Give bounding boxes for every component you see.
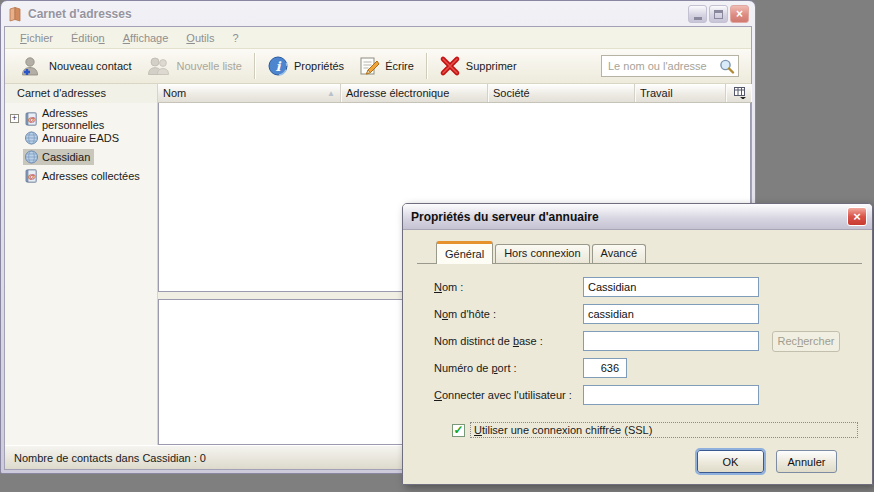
close-icon: × xyxy=(736,7,743,21)
svg-text:@: @ xyxy=(28,115,36,124)
address-book-tree: + @ Adresses personnelles xyxy=(5,103,157,185)
ldap-globe-icon xyxy=(24,131,39,145)
delete-button[interactable]: Supprimer xyxy=(432,51,524,81)
sidebar-item-label: Cassidian xyxy=(42,151,90,163)
sidebar-item-label: Adresses collectées xyxy=(42,170,140,182)
bind-dn-field[interactable] xyxy=(583,385,759,405)
toolbar-separator xyxy=(254,53,255,79)
write-label: Écrire xyxy=(385,60,414,72)
port-field[interactable] xyxy=(583,358,627,378)
properties-label: Propriétés xyxy=(294,60,344,72)
search-base-dn-button[interactable]: Rechercher xyxy=(772,331,840,352)
write-button[interactable]: Écrire xyxy=(351,51,421,81)
column-header-nom[interactable]: Nom ▲ xyxy=(158,84,341,102)
bind-dn-label: Connecter avec l'utilisateur : xyxy=(434,389,583,401)
menu-aide[interactable]: ? xyxy=(223,29,247,47)
new-contact-button[interactable]: Nouveau contact xyxy=(11,51,139,81)
tab-panel-general: Nom : Nom d'hôte : Nom distinct de base … xyxy=(417,263,862,450)
dialog-buttons: OK Annuler xyxy=(417,450,862,473)
close-button[interactable]: × xyxy=(730,5,749,23)
minimize-icon xyxy=(694,17,702,20)
minimize-button[interactable] xyxy=(688,5,707,23)
ssl-checkbox-label[interactable]: Utiliser une connexion chiffrée (SSL) xyxy=(470,422,858,438)
main-window-title: Carnet d'adresses xyxy=(28,7,132,21)
column-header-adresse-electronique[interactable]: Adresse électronique xyxy=(341,84,488,102)
sidebar-item-cassidian[interactable]: Cassidian xyxy=(5,147,157,166)
menu-outils[interactable]: Outils xyxy=(177,29,223,47)
name-label: Nom : xyxy=(434,281,583,293)
dialog-titlebar: Propriétés du serveur d'annuaire × xyxy=(403,204,872,230)
sidebar-header: Carnet d'adresses xyxy=(5,84,157,103)
hostname-label: Nom d'hôte : xyxy=(434,308,583,320)
cancel-button[interactable]: Annuler xyxy=(776,450,837,473)
close-icon: × xyxy=(853,209,861,224)
tab-hors-connexion[interactable]: Hors connexion xyxy=(495,244,589,263)
tab-strip: Général Hors connexion Avancé xyxy=(417,239,862,263)
base-dn-field[interactable] xyxy=(583,331,759,351)
write-compose-icon xyxy=(358,55,380,77)
tab-avance[interactable]: Avancé xyxy=(592,244,647,263)
new-list-label: Nouvelle liste xyxy=(177,60,242,72)
menu-bar: Fichier Édition Affichage Outils ? xyxy=(5,27,751,49)
tab-general[interactable]: Général xyxy=(436,241,493,264)
sidebar-item-annuaire-eads[interactable]: Annuaire EADS xyxy=(5,128,157,147)
sidebar-item-label: Annuaire EADS xyxy=(42,132,119,144)
ldap-globe-icon xyxy=(24,150,39,164)
toolbar-separator xyxy=(426,53,427,79)
sidebar-item-label: Adresses personnelles xyxy=(42,107,153,131)
delete-x-icon xyxy=(439,55,461,77)
column-picker-icon xyxy=(734,87,747,99)
address-book-icon: @ xyxy=(24,112,39,126)
toolbar: Nouveau contact Nouvelle liste xyxy=(5,49,751,84)
sidebar-item-adresses-personnelles[interactable]: + @ Adresses personnelles xyxy=(5,109,157,128)
column-header-societe[interactable]: Société xyxy=(488,84,635,102)
maximize-icon xyxy=(714,10,723,19)
name-field[interactable] xyxy=(583,277,759,297)
search-box xyxy=(601,55,739,77)
window-controls: × xyxy=(688,5,749,23)
maximize-button[interactable] xyxy=(709,5,728,23)
check-icon: ✓ xyxy=(453,425,463,435)
directory-server-properties-dialog: Propriétés du serveur d'annuaire × Génér… xyxy=(402,203,873,485)
sidebar-item-adresses-collectees[interactable]: @ Adresses collectées xyxy=(5,166,157,185)
address-book-app-icon xyxy=(7,6,23,22)
delete-label: Supprimer xyxy=(466,60,517,72)
ok-button[interactable]: OK xyxy=(697,450,764,473)
dialog-close-button[interactable]: × xyxy=(847,207,867,226)
column-headers: Nom ▲ Adresse électronique Société Trava… xyxy=(158,84,751,103)
new-list-button[interactable]: Nouvelle liste xyxy=(139,51,249,81)
sidebar: Carnet d'adresses + @ xyxy=(5,84,158,445)
new-list-icon xyxy=(146,55,172,77)
dialog-body: Général Hors connexion Avancé Nom : Nom … xyxy=(403,230,872,484)
properties-button[interactable]: i Propriétés xyxy=(260,51,351,81)
main-titlebar: Carnet d'adresses × xyxy=(4,2,752,26)
dialog-title: Propriétés du serveur d'annuaire xyxy=(411,210,599,224)
column-picker-button[interactable] xyxy=(729,84,751,102)
svg-text:@: @ xyxy=(28,172,36,181)
new-contact-label: Nouveau contact xyxy=(49,60,132,72)
ssl-checkbox-row: ✓ Utiliser une connexion chiffrée (SSL) xyxy=(434,422,858,438)
base-dn-label: Nom distinct de base : xyxy=(434,335,583,347)
address-book-icon: @ xyxy=(24,169,39,183)
column-header-travail[interactable]: Travail xyxy=(635,84,726,102)
expand-plus-icon[interactable]: + xyxy=(10,114,19,123)
search-icon[interactable] xyxy=(718,58,735,75)
status-text: Nombre de contacts dans Cassidian : 0 xyxy=(14,452,206,464)
menu-fichier[interactable]: Fichier xyxy=(11,29,62,47)
ssl-checkbox[interactable]: ✓ xyxy=(452,424,465,437)
hostname-field[interactable] xyxy=(583,304,759,324)
port-label: Numéro de port : xyxy=(434,362,583,374)
new-contact-icon xyxy=(18,55,44,77)
menu-edition[interactable]: Édition xyxy=(62,29,114,47)
sort-ascending-icon: ▲ xyxy=(327,89,335,98)
menu-affichage[interactable]: Affichage xyxy=(114,29,178,47)
search-input[interactable] xyxy=(608,60,718,72)
properties-info-icon: i xyxy=(267,55,289,77)
